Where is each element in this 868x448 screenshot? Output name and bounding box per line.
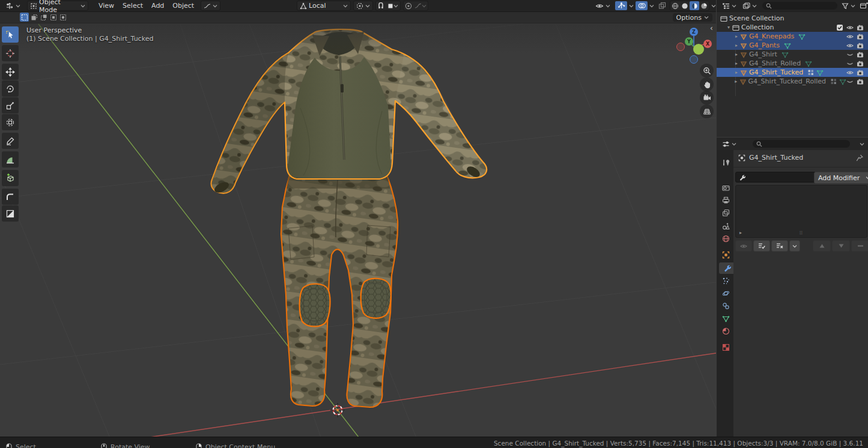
3d-viewport[interactable]: User Perspective (1) Scene Collection | … xyxy=(0,0,716,437)
modifier-visibility-button[interactable] xyxy=(735,240,752,252)
sidebar-collapse-arrow[interactable]: ‹ xyxy=(710,24,713,32)
tool-select-box[interactable] xyxy=(2,26,19,43)
outliner-item-label[interactable]: G4_Shirt_Rolled xyxy=(749,59,801,67)
camera-visibility-icon[interactable] xyxy=(857,60,864,67)
tool-measure[interactable] xyxy=(2,151,19,168)
xray-toggle[interactable] xyxy=(656,1,668,10)
gizmo-dropdown-chevron[interactable] xyxy=(629,4,634,8)
resize-grip-icon[interactable]: ⠿ xyxy=(800,231,804,236)
add-modifier-dropdown[interactable]: Add Modifier xyxy=(814,172,868,184)
outliner-search-input[interactable] xyxy=(762,2,837,10)
proportional-falloff-dropdown[interactable] xyxy=(413,1,428,10)
apply-all-modifiers-button[interactable] xyxy=(753,240,770,252)
outliner-item[interactable]: ▸ G4_Shirt xyxy=(717,50,868,59)
proportional-editing-toggle[interactable] xyxy=(404,1,413,10)
pan-view-button[interactable] xyxy=(700,77,714,91)
tab-scene[interactable] xyxy=(718,220,733,232)
collapse-arrow-icon[interactable]: ▾ xyxy=(725,25,732,30)
camera-visibility-icon[interactable] xyxy=(857,24,864,31)
tab-view-layer[interactable] xyxy=(718,207,733,219)
tab-output[interactable] xyxy=(718,195,733,206)
outliner-item[interactable]: ▸ G4_Kneepads xyxy=(717,32,868,41)
outliner-collection-row[interactable]: ▾ Collection xyxy=(717,23,868,32)
object-type-visibility-dropdown[interactable] xyxy=(592,1,613,11)
toggle-perspective-button[interactable] xyxy=(700,104,714,118)
outliner-item-label[interactable]: G4_Pants xyxy=(749,41,780,49)
mode-dropdown[interactable]: Object Mode xyxy=(27,1,88,11)
menu-object[interactable]: Object xyxy=(168,0,198,11)
show-overlays-toggle[interactable] xyxy=(636,1,648,10)
shading-rendered-button[interactable] xyxy=(699,1,709,10)
tool-add-cube[interactable] xyxy=(2,170,19,186)
tab-material[interactable] xyxy=(718,325,733,337)
select-mode-invert[interactable] xyxy=(49,13,58,22)
outliner-editor-type-button[interactable] xyxy=(719,1,739,11)
tab-texture[interactable] xyxy=(718,342,733,353)
tool-cursor[interactable] xyxy=(2,45,19,61)
expand-arrow-icon[interactable]: ▸ xyxy=(733,52,740,57)
tab-object-data[interactable] xyxy=(718,313,733,324)
gizmo-neg-x-ball[interactable] xyxy=(677,43,685,51)
expand-arrow-icon[interactable]: ▸ xyxy=(733,34,740,39)
gizmo-neg-z-ball[interactable] xyxy=(690,56,698,64)
pivot-point-dropdown[interactable] xyxy=(353,1,373,11)
gizmo-front-ball[interactable] xyxy=(693,44,704,55)
eye-open-icon[interactable] xyxy=(846,24,854,31)
menu-select[interactable]: Select xyxy=(118,0,147,11)
tool-annotate[interactable] xyxy=(2,133,19,149)
shading-material-preview-button[interactable] xyxy=(690,1,699,10)
properties-search-input[interactable] xyxy=(753,140,850,148)
tab-world[interactable] xyxy=(718,233,733,244)
model-g4-outfit[interactable] xyxy=(211,29,487,407)
shading-wireframe-button[interactable] xyxy=(670,1,680,10)
options-dropdown[interactable]: Options xyxy=(673,13,712,22)
outliner-item-label[interactable]: G4_Shirt xyxy=(749,50,777,58)
expand-arrow-icon[interactable]: ▸ xyxy=(739,230,742,235)
properties-options-chevron[interactable] xyxy=(860,142,864,146)
expand-arrow-icon[interactable]: ▸ xyxy=(733,43,740,48)
move-modifier-down-button[interactable] xyxy=(832,240,850,252)
modifier-extras-dropdown[interactable] xyxy=(789,240,800,252)
outliner-item-label[interactable]: G4_Shirt_Tucked xyxy=(749,68,803,76)
transform-orientation-dropdown[interactable]: Local xyxy=(297,1,351,11)
camera-visibility-icon[interactable] xyxy=(857,78,864,85)
new-collection-button[interactable] xyxy=(860,2,868,10)
eye-closed-icon[interactable] xyxy=(846,51,854,58)
tab-object[interactable] xyxy=(718,249,733,261)
outliner-scene-collection-row[interactable]: Scene Collection xyxy=(717,14,868,23)
outliner-item[interactable]: ▸ G4_Shirt_Tucked_Rolled xyxy=(717,77,868,86)
editor-type-button[interactable] xyxy=(2,1,23,11)
outliner-filter-dropdown[interactable] xyxy=(839,1,858,11)
outliner-item[interactable]: ▸ G4_Shirt_Tucked xyxy=(717,68,868,77)
camera-visibility-icon[interactable] xyxy=(857,51,864,58)
collection-checkbox[interactable] xyxy=(836,24,843,31)
camera-visibility-icon[interactable] xyxy=(857,33,864,40)
tab-tool[interactable] xyxy=(718,157,733,168)
tab-particles[interactable] xyxy=(718,275,733,286)
scene-collection-label[interactable]: Scene Collection xyxy=(729,14,784,22)
outliner-item-label[interactable]: G4_Shirt_Tucked_Rolled xyxy=(748,77,826,85)
snap-toggle[interactable] xyxy=(376,1,386,10)
collection-label[interactable]: Collection xyxy=(741,23,774,31)
tool-rotate[interactable] xyxy=(2,80,19,97)
tweak-options-dropdown[interactable] xyxy=(201,1,220,11)
eye-open-icon[interactable] xyxy=(846,42,854,49)
select-mode-set[interactable] xyxy=(20,13,29,22)
properties-editor-type-button[interactable] xyxy=(719,139,739,149)
shading-solid-button[interactable] xyxy=(680,1,690,10)
tool-transform[interactable] xyxy=(2,114,19,130)
expand-arrow-icon[interactable]: ▸ xyxy=(733,61,740,66)
tab-physics[interactable] xyxy=(718,288,733,299)
move-modifier-up-button[interactable] xyxy=(813,240,831,252)
tool-move[interactable] xyxy=(2,64,19,80)
outliner-item[interactable]: ▸ G4_Pants xyxy=(717,41,868,50)
camera-view-button[interactable] xyxy=(700,91,714,104)
navigation-gizmo[interactable]: Z Y X xyxy=(672,25,716,66)
menu-add[interactable]: Add xyxy=(147,0,168,11)
show-gizmo-toggle[interactable] xyxy=(615,1,627,10)
tab-render[interactable] xyxy=(718,182,733,193)
modifier-list-box[interactable]: ▸ ⠿ xyxy=(735,185,867,238)
snap-target-dropdown[interactable] xyxy=(386,1,400,10)
outliner-display-mode-dropdown[interactable] xyxy=(739,1,760,11)
outliner-item-label[interactable]: G4_Kneepads xyxy=(749,32,794,40)
